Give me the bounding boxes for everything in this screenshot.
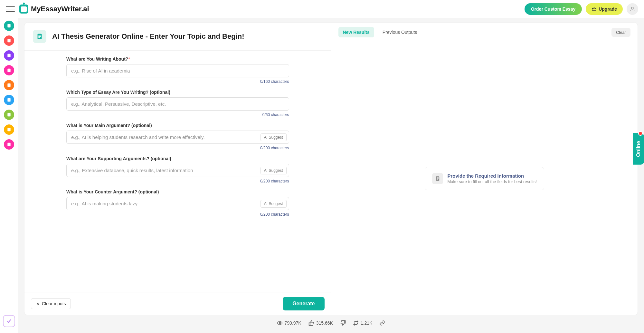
tab-previous-outputs[interactable]: Previous Outputs <box>378 27 421 37</box>
ai-suggest-button-3[interactable]: AI Suggest <box>260 167 287 174</box>
input-row-3: AI Suggest <box>66 164 289 177</box>
clear-output-button[interactable]: Clear <box>611 28 630 37</box>
text-input-4[interactable] <box>66 197 289 210</box>
svg-rect-12 <box>38 36 41 37</box>
clear-inputs-button[interactable]: Clear inputs <box>31 298 71 309</box>
sidebar-tool-4[interactable] <box>4 80 14 90</box>
svg-rect-6 <box>7 98 10 102</box>
svg-rect-11 <box>38 35 41 35</box>
link-icon <box>379 320 385 326</box>
field-label-2: What is Your Main Argument? (optional) <box>66 123 289 128</box>
svg-point-18 <box>279 322 280 324</box>
user-icon <box>630 6 635 12</box>
logo[interactable]: MyEssayWriter.ai <box>19 5 89 14</box>
form-field-4: What is Your Counter Argument? (optional… <box>66 189 289 217</box>
form-field-0: What are You Writing About?*0/160 charac… <box>66 56 289 84</box>
ai-suggest-button-4[interactable]: AI Suggest <box>260 200 287 208</box>
x-icon <box>36 302 40 306</box>
input-row-4: AI Suggest <box>66 197 289 210</box>
field-label-1: Which Type of Essay Are You Writing? (op… <box>66 90 289 95</box>
required-star: * <box>128 56 130 62</box>
tool-icon <box>6 68 12 73</box>
page-title: AI Thesis Generator Online - Enter Your … <box>52 32 244 41</box>
menu-toggle-button[interactable] <box>6 5 15 14</box>
tool-icon <box>6 83 12 88</box>
svg-rect-3 <box>7 54 10 57</box>
empty-state-subtitle: Make sure to fill out all the fields for… <box>448 179 537 184</box>
eye-icon <box>277 320 283 326</box>
likes-stat[interactable]: 315.66K <box>308 320 333 326</box>
input-row-1 <box>66 97 289 111</box>
svg-rect-1 <box>7 24 10 28</box>
sidebar-tool-5[interactable] <box>4 95 14 105</box>
topbar-right: Order Custom Essay Upgrade <box>525 3 638 15</box>
topbar: MyEssayWriter.ai Order Custom Essay Upgr… <box>0 0 644 18</box>
form-field-3: What are Your Supporting Arguments? (opt… <box>66 156 289 183</box>
crown-icon <box>592 6 597 12</box>
svg-point-0 <box>631 7 633 9</box>
sidebar-tool-6[interactable] <box>4 110 14 120</box>
link-stat[interactable] <box>379 320 385 326</box>
text-input-0[interactable] <box>66 64 289 77</box>
dislike-stat[interactable] <box>340 320 346 326</box>
output-body: Provide the Required Information Make su… <box>331 42 638 315</box>
sidebar-tool-8[interactable] <box>4 139 14 150</box>
svg-rect-9 <box>7 143 10 146</box>
views-value: 790.97K <box>285 320 301 326</box>
tool-icon <box>6 23 12 28</box>
order-custom-essay-button[interactable]: Order Custom Essay <box>525 3 582 15</box>
online-chat-tab[interactable]: Online <box>633 133 644 165</box>
ai-suggest-button-2[interactable]: AI Suggest <box>260 133 287 141</box>
char-counter-1: 0/60 characters <box>66 113 289 117</box>
svg-rect-5 <box>7 83 10 87</box>
sidebar <box>0 18 18 333</box>
field-label-3: What are Your Supporting Arguments? (opt… <box>66 156 289 161</box>
sidebar-bottom-button[interactable] <box>3 315 15 327</box>
svg-rect-13 <box>38 37 40 38</box>
svg-rect-4 <box>7 69 10 72</box>
input-row-0 <box>66 64 289 77</box>
form-footer: Clear inputs Generate <box>24 292 331 315</box>
sidebar-tool-0[interactable] <box>4 21 14 31</box>
field-label-0: What are You Writing About?* <box>66 56 289 62</box>
text-input-2[interactable] <box>66 131 289 144</box>
upgrade-label: Upgrade <box>599 6 617 12</box>
tool-icon <box>6 38 12 43</box>
shares-stat[interactable]: 1.21K <box>353 320 373 326</box>
form-field-1: Which Type of Essay Are You Writing? (op… <box>66 90 289 117</box>
tool-icon <box>6 142 12 147</box>
user-avatar-button[interactable] <box>627 3 638 15</box>
input-pane: AI Thesis Generator Online - Enter Your … <box>24 23 331 315</box>
tab-new-results[interactable]: New Results <box>338 27 374 37</box>
upgrade-button[interactable]: Upgrade <box>586 3 623 15</box>
repost-icon <box>353 320 359 326</box>
text-input-3[interactable] <box>66 164 289 177</box>
svg-rect-17 <box>437 179 438 180</box>
sidebar-tool-2[interactable] <box>4 50 14 61</box>
form-area: What are You Writing About?*0/160 charac… <box>24 51 331 292</box>
card: AI Thesis Generator Online - Enter Your … <box>24 23 638 315</box>
empty-state-message: Provide the Required Information Make su… <box>425 167 544 190</box>
input-row-2: AI Suggest <box>66 131 289 144</box>
empty-state-title: Provide the Required Information <box>448 173 537 179</box>
svg-rect-8 <box>7 128 10 132</box>
sidebar-tool-3[interactable] <box>4 65 14 75</box>
text-input-1[interactable] <box>66 97 289 111</box>
clear-inputs-label: Clear inputs <box>42 301 66 306</box>
char-counter-2: 0/200 characters <box>66 146 289 150</box>
sidebar-tool-7[interactable] <box>4 124 14 135</box>
generate-button[interactable]: Generate <box>283 297 324 310</box>
pane-header: AI Thesis Generator Online - Enter Your … <box>24 23 331 51</box>
char-counter-0: 0/160 characters <box>66 79 289 84</box>
document-icon <box>36 33 43 40</box>
check-icon <box>6 318 12 324</box>
tool-icon <box>6 112 12 117</box>
svg-rect-16 <box>437 178 439 179</box>
sidebar-tool-1[interactable] <box>4 35 14 46</box>
thumbs-down-icon <box>340 320 346 326</box>
tool-icon <box>6 97 12 103</box>
svg-rect-7 <box>7 113 10 117</box>
logo-text: MyEssayWriter.ai <box>31 5 89 13</box>
svg-rect-15 <box>437 177 439 178</box>
svg-rect-2 <box>7 39 10 43</box>
